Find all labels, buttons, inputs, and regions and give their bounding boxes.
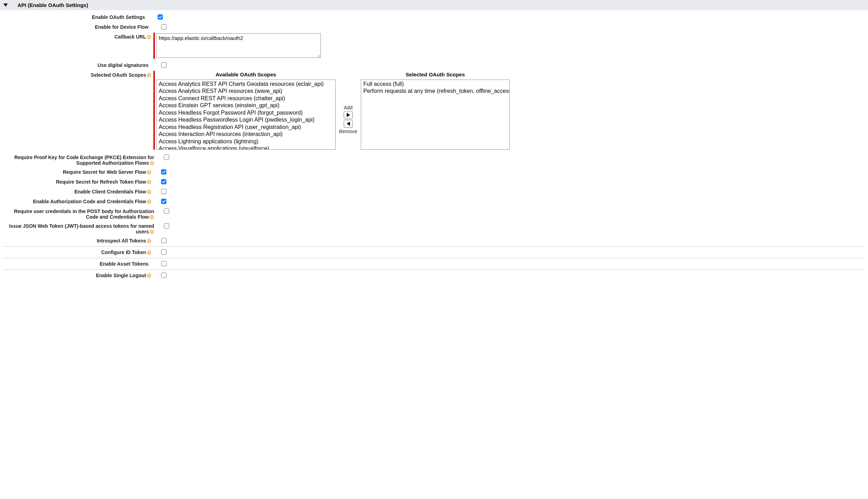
label-jwt: Issue JSON Web Token (JWT)-based access … — [9, 223, 154, 234]
help-icon[interactable]: ? — [147, 73, 151, 77]
help-icon[interactable]: ? — [147, 273, 151, 278]
scope-option[interactable]: Access Interaction API resources (intera… — [158, 131, 334, 138]
help-icon[interactable]: ? — [147, 250, 151, 255]
checkbox-client-credentials[interactable] — [161, 189, 166, 194]
label-pkce: Require Proof Key for Code Exchange (PKC… — [14, 155, 154, 166]
scope-option[interactable]: Access Visualforce applications (visualf… — [158, 145, 334, 150]
row-jwt: Issue JSON Web Token (JWT)-based access … — [4, 222, 864, 234]
selected-scopes-column: Selected OAuth Scopes Full access (full)… — [361, 71, 510, 150]
scope-option[interactable]: Perform requests at any time (refresh_to… — [363, 88, 508, 95]
label-digital-signatures: Use digital signatures — [4, 61, 151, 68]
label-asset-tokens: Enable Asset Tokens — [4, 260, 151, 267]
callback-url-input[interactable] — [156, 33, 321, 58]
label-callback-url: Callback URL — [115, 34, 146, 40]
checkbox-introspect[interactable] — [161, 238, 166, 243]
help-icon[interactable]: ? — [147, 35, 151, 39]
label-refresh-secret: Require Secret for Refresh Token Flow — [56, 179, 146, 185]
arrow-left-icon — [347, 122, 350, 126]
row-single-logout: Enable Single Logout? — [4, 271, 864, 279]
label-single-logout: Enable Single Logout — [96, 273, 146, 278]
label-device-flow: Enable for Device Flow — [4, 23, 151, 30]
checkbox-configure-id-token[interactable] — [161, 250, 166, 255]
label-post-body-creds: Require user credentials in the POST bod… — [14, 209, 154, 220]
checkbox-enable-oauth[interactable] — [158, 14, 163, 20]
available-scopes-listbox[interactable]: Access Analytics REST API Charts Geodata… — [156, 80, 336, 150]
row-refresh-secret: Require Secret for Refresh Token Flow? — [4, 178, 864, 185]
add-label: Add — [344, 105, 353, 110]
row-device-flow: Enable for Device Flow — [4, 23, 864, 30]
row-configure-id-token: Configure ID Token? — [4, 248, 864, 256]
row-auth-code-creds: Enable Authorization Code and Credential… — [4, 197, 864, 205]
checkbox-pkce[interactable] — [164, 155, 169, 160]
scope-option[interactable]: Access Headless Registration API (user_r… — [158, 124, 334, 131]
help-icon[interactable]: ? — [147, 199, 151, 204]
disclosure-triangle-icon[interactable] — [4, 4, 8, 7]
checkbox-jwt[interactable] — [164, 223, 169, 228]
label-client-credentials: Enable Client Credentials Flow — [74, 189, 146, 194]
help-icon[interactable]: ? — [150, 215, 154, 219]
help-icon[interactable]: ? — [147, 170, 151, 175]
scope-option[interactable]: Access Headless Passwordless Login API (… — [158, 116, 334, 123]
help-icon[interactable]: ? — [150, 161, 154, 165]
row-oauth-scopes: Selected OAuth Scopes? Available OAuth S… — [4, 71, 864, 150]
scope-option[interactable]: Access Headless Forgot Password API (for… — [158, 109, 334, 116]
row-callback-url: Callback URL? — [4, 33, 864, 59]
section-title: API (Enable OAuth Settings) — [18, 2, 88, 8]
checkbox-asset-tokens[interactable] — [161, 261, 166, 266]
divider — [4, 246, 864, 247]
row-asset-tokens: Enable Asset Tokens — [4, 260, 864, 267]
help-icon[interactable]: ? — [150, 230, 154, 234]
arrow-right-icon — [347, 113, 350, 117]
row-post-body-creds: Require user credentials in the POST bod… — [4, 207, 864, 220]
available-scopes-title: Available OAuth Scopes — [156, 71, 336, 77]
row-introspect: Introspect All Tokens? — [4, 237, 864, 244]
label-web-server-secret: Require Secret for Web Server Flow — [63, 169, 146, 175]
row-digital-signatures: Use digital signatures — [4, 61, 864, 69]
row-client-credentials: Enable Client Credentials Flow? — [4, 187, 864, 195]
scope-option[interactable]: Access Lightning applications (lightning… — [158, 138, 334, 145]
divider — [4, 269, 864, 270]
checkbox-web-server-secret[interactable] — [161, 169, 166, 175]
scope-transfer-buttons: Add Remove — [336, 71, 361, 150]
add-button[interactable] — [344, 111, 353, 119]
label-auth-code-creds: Enable Authorization Code and Credential… — [33, 199, 146, 204]
checkbox-auth-code-creds[interactable] — [161, 199, 166, 204]
label-selected-scopes: Selected OAuth Scopes — [91, 72, 146, 78]
help-icon[interactable]: ? — [147, 190, 151, 194]
checkbox-post-body-creds[interactable] — [164, 209, 169, 214]
section-header: API (Enable OAuth Settings) — [0, 0, 868, 10]
row-enable-oauth: Enable OAuth Settings — [4, 13, 864, 21]
checkbox-device-flow[interactable] — [161, 24, 166, 29]
help-icon[interactable]: ? — [147, 180, 151, 184]
scope-option[interactable]: Full access (full) — [363, 81, 508, 88]
scope-option[interactable]: Access Analytics REST API Charts Geodata… — [158, 81, 334, 88]
remove-label: Remove — [339, 129, 357, 134]
scope-option[interactable]: Access Einstein GPT services (einstein_g… — [158, 102, 334, 109]
label-introspect: Introspect All Tokens — [97, 238, 146, 244]
selected-scopes-listbox[interactable]: Full access (full)Perform requests at an… — [361, 80, 510, 150]
scope-option[interactable]: Access Connect REST API resources (chatt… — [158, 95, 334, 102]
divider — [4, 258, 864, 258]
form-body: Enable OAuth Settings Enable for Device … — [0, 10, 868, 288]
row-pkce: Require Proof Key for Code Exchange (PKC… — [4, 153, 864, 166]
scope-option[interactable]: Access Analytics REST API resources (wav… — [158, 88, 334, 95]
selected-scopes-title: Selected OAuth Scopes — [361, 71, 510, 77]
label-enable-oauth: Enable OAuth Settings — [4, 13, 147, 20]
label-configure-id-token: Configure ID Token — [101, 250, 146, 255]
available-scopes-column: Available OAuth Scopes Access Analytics … — [156, 71, 336, 150]
row-web-server-secret: Require Secret for Web Server Flow? — [4, 168, 864, 176]
checkbox-digital-signatures[interactable] — [161, 62, 166, 68]
checkbox-single-logout[interactable] — [161, 273, 166, 278]
remove-button[interactable] — [344, 120, 353, 128]
help-icon[interactable]: ? — [147, 239, 151, 243]
checkbox-refresh-secret[interactable] — [161, 179, 166, 184]
